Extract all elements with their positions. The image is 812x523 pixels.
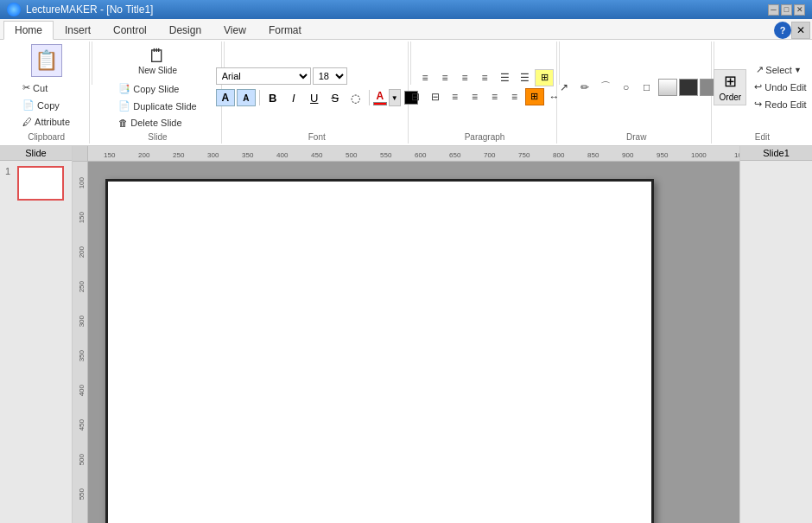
italic-button[interactable]: I (284, 89, 303, 106)
cut-icon: ✂ (22, 82, 30, 93)
copy-slide-button[interactable]: 📑 Copy Slide (114, 80, 200, 97)
cursor-tool[interactable]: ↗ (555, 79, 574, 96)
draw-ellipse[interactable]: ○ (617, 79, 636, 96)
undo-icon: ↩ (754, 81, 762, 92)
window-controls: ─ □ ✕ (768, 4, 805, 16)
clipboard-content: 📋 ✂ Cut 📄 Copy 🖊 Attribute (9, 43, 84, 131)
delete-slide-icon: 🗑 (118, 118, 128, 128)
new-slide-button[interactable]: 🗒 New Slide (133, 43, 182, 79)
para-content: ≡ ≡ ≡ ≡ ☰ ☰ ⊞ ⊟ ⊟ ≡ ≡ ≡ ≡ ⊞ ↔ (406, 43, 564, 131)
font-sep2 (369, 90, 370, 105)
font-label: Font (308, 132, 326, 142)
maximize-button[interactable]: □ (781, 4, 792, 16)
redo-edit-button[interactable]: ↪ Redo Edit (750, 96, 810, 112)
undo-edit-button[interactable]: ↩ Undo Edit (750, 79, 810, 95)
align-left-button[interactable]: ≡ (416, 69, 435, 86)
order-icon: ⊞ (724, 72, 737, 91)
para-btn8[interactable]: ⊟ (426, 88, 445, 105)
underline-button[interactable]: U (305, 89, 324, 106)
font-group: Arial 18 A A B I U S ◌ A ▼ (226, 41, 409, 144)
copy-slide-icon: 📑 (118, 83, 130, 94)
edit-row: ⊞ Order ↗ Select ▼ ↩ Undo Edit ↪ (714, 61, 810, 112)
highlight-button[interactable]: ⊞ (535, 69, 554, 86)
new-slide-icon: 🗒 (148, 47, 167, 66)
slide-group: 🗒 New Slide 📑 Copy Slide 📄 Duplicate Sli… (94, 41, 222, 144)
sep1 (92, 41, 92, 85)
para-btn7[interactable]: ⊟ (406, 88, 425, 105)
slide-panel: Slide 1 (0, 146, 73, 523)
right-panel-header: Slide1 (740, 146, 812, 161)
slide-content: 🗒 New Slide 📑 Copy Slide 📄 Duplicate Sli… (99, 43, 216, 131)
font-color-button[interactable]: A (373, 90, 387, 105)
draw-tool1[interactable]: ✏ (575, 79, 594, 96)
ruler-vertical: 100 150 200 250 300 350 400 450 500 550 … (73, 162, 88, 523)
paste-button[interactable]: 📋 (31, 44, 62, 77)
canvas-area[interactable]: 150 200 250 300 350 400 450 500 550 600 … (73, 146, 739, 523)
tab-control[interactable]: Control (102, 21, 158, 39)
select-button[interactable]: ↗ Select ▼ (750, 61, 810, 78)
slide-number: 1 (5, 166, 14, 176)
align-center-button[interactable]: ≡ (435, 69, 454, 86)
para-btn9[interactable]: ≡ (446, 88, 465, 105)
font-row-top: Arial 18 (216, 67, 418, 85)
tab-insert[interactable]: Insert (54, 21, 102, 39)
duplicate-slide-button[interactable]: 📄 Duplicate Slide (114, 98, 200, 114)
draw-row-top: ↗ ✏ ⌒ ○ □ (555, 79, 719, 96)
para-btn12[interactable]: ≡ (505, 88, 524, 105)
main-area: Slide 1 150 200 250 300 350 400 450 500 … (0, 146, 812, 523)
attribute-button[interactable]: 🖊 Attribute (18, 114, 74, 130)
tab-format[interactable]: Format (257, 21, 313, 39)
para-btn5[interactable]: ☰ (495, 69, 514, 86)
order-button[interactable]: ⊞ Order (714, 69, 746, 105)
draw-tool2[interactable]: ⌒ (596, 79, 615, 96)
delete-slide-button[interactable]: 🗑 Delete Slide (114, 115, 200, 131)
slide-canvas[interactable] (105, 179, 654, 523)
font-color-dropdown[interactable]: ▼ (389, 89, 401, 106)
shadow-button[interactable]: ◌ (346, 89, 365, 106)
bold-button[interactable]: B (263, 89, 282, 106)
select-dropdown-icon: ▼ (794, 66, 802, 74)
copy-icon: 📄 (22, 99, 35, 111)
align-right-button[interactable]: ≡ (455, 69, 474, 86)
close-tab-button[interactable]: ✕ (791, 22, 810, 39)
slide-panel-header: Slide (0, 146, 72, 161)
edit-col: ↗ Select ▼ ↩ Undo Edit ↪ Redo Edit (750, 61, 810, 112)
ribbon: 📋 ✂ Cut 📄 Copy 🖊 Attribute Clipboard (0, 40, 812, 146)
draw-color1[interactable] (658, 79, 677, 96)
tab-view[interactable]: View (213, 21, 257, 39)
titlebar: LectureMAKER - [No Title1] ─ □ ✕ (0, 0, 812, 19)
font-enlarge-button[interactable]: A (216, 89, 235, 106)
tab-home[interactable]: Home (3, 21, 54, 40)
right-panel: Slide1 (739, 146, 812, 523)
edit-content: ⊞ Order ↗ Select ▼ ↩ Undo Edit ↪ (714, 43, 810, 131)
draw-rect[interactable]: □ (638, 79, 657, 96)
para-btn11[interactable]: ≡ (485, 88, 504, 105)
slide-thumbnail[interactable] (17, 166, 64, 201)
edit-group: ⊞ Order ↗ Select ▼ ↩ Undo Edit ↪ (716, 41, 809, 144)
font-sep1 (259, 90, 260, 105)
strikethrough-button[interactable]: S (326, 89, 345, 106)
close-button[interactable]: ✕ (794, 4, 805, 16)
para-row-top: ≡ ≡ ≡ ≡ ☰ ☰ ⊞ (416, 69, 554, 86)
font-name-select[interactable]: Arial (216, 67, 311, 85)
para-row-bottom: ⊟ ⊟ ≡ ≡ ≡ ≡ ⊞ ↔ (406, 88, 564, 105)
tab-design[interactable]: Design (158, 21, 213, 39)
para-btn10[interactable]: ≡ (466, 88, 485, 105)
duplicate-slide-icon: 📄 (118, 100, 130, 112)
font-size-select[interactable]: 18 (313, 67, 347, 85)
clipboard-label: Clipboard (28, 132, 65, 142)
select-icon: ↗ (756, 64, 764, 75)
titlebar-title: LectureMAKER - [No Title1] (26, 3, 153, 16)
help-button[interactable]: ? (774, 22, 791, 39)
para-btn6[interactable]: ☰ (515, 69, 534, 86)
copy-button[interactable]: 📄 Copy (18, 97, 74, 113)
font-shrink-button[interactable]: A (237, 89, 256, 106)
font-color-swatch (373, 102, 387, 105)
slide-canvas-wrapper (88, 162, 671, 523)
draw-color2[interactable] (679, 79, 698, 96)
align-justify-button[interactable]: ≡ (475, 69, 494, 86)
minimize-button[interactable]: ─ (768, 4, 779, 16)
cut-button[interactable]: ✂ Cut (18, 80, 74, 96)
ruler-horizontal: 150 200 250 300 350 400 450 500 550 600 … (88, 146, 739, 162)
para-highlight-btn[interactable]: ⊞ (525, 88, 544, 105)
